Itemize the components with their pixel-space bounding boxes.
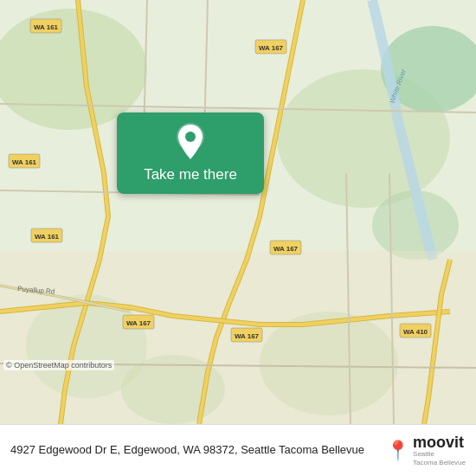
location-pin-icon — [175, 123, 206, 161]
svg-text:WA 167: WA 167 — [235, 332, 260, 340]
moovit-pin-icon: 📍 — [386, 440, 409, 462]
svg-point-28 — [185, 132, 196, 142]
cta-button-container: Take me there — [117, 113, 264, 194]
moovit-logo: 📍 moovit SeattleTacoma Bellevue — [386, 434, 466, 466]
svg-text:WA 161: WA 161 — [35, 233, 60, 241]
cta-label: Take me there — [144, 166, 237, 183]
openstreetmap-credit: © OpenStreetMap contributors — [3, 360, 114, 370]
svg-text:WA 167: WA 167 — [259, 44, 284, 52]
take-me-there-button[interactable]: Take me there — [117, 113, 264, 194]
map-view: WA 161 WA 167 WA 161 WA 161 WA 167 WA 16… — [0, 0, 476, 424]
moovit-logo-text: moovit — [413, 434, 466, 450]
svg-text:WA 161: WA 161 — [12, 158, 37, 166]
footer-bar: 4927 Edgewood Dr E, Edgewood, WA 98372, … — [0, 424, 476, 476]
moovit-subtitle: SeattleTacoma Bellevue — [413, 450, 466, 466]
svg-text:WA 161: WA 161 — [34, 23, 59, 31]
svg-text:WA 167: WA 167 — [126, 319, 151, 327]
footer-address: 4927 Edgewood Dr E, Edgewood, WA 98372, … — [10, 442, 379, 458]
svg-text:WA 410: WA 410 — [403, 328, 428, 336]
svg-text:WA 167: WA 167 — [273, 245, 299, 253]
